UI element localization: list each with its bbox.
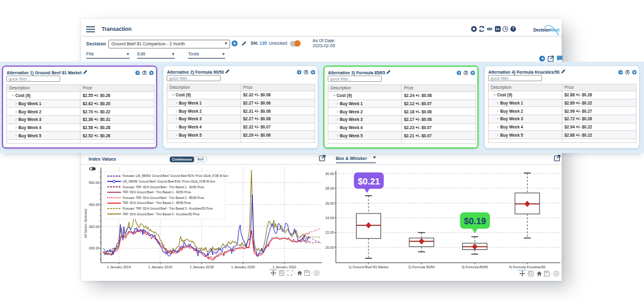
svg-text:200.00: 200.00 bbox=[89, 246, 99, 250]
svg-text:$: $ bbox=[465, 71, 467, 74]
svg-text:1 January 2020: 1 January 2020 bbox=[231, 265, 255, 269]
svg-text:YoY: YoY bbox=[197, 157, 204, 161]
svg-text:24.00: 24.00 bbox=[325, 216, 334, 220]
svg-text:$0.19: $0.19 bbox=[464, 216, 486, 226]
svg-text:All Series Selected: All Series Selected bbox=[84, 208, 87, 239]
svg-text:20.00: 20.00 bbox=[325, 246, 334, 249]
svg-text:Forecast: LM_XB459: Ground Bee: Forecast: LM_XB459: Ground Beef: Ground … bbox=[123, 174, 228, 178]
svg-text:1 January 2022: 1 January 2022 bbox=[272, 265, 296, 269]
svg-text:TRF: 81% Ground Beef - Trim Ba: TRF: 81% Ground Beef - Trim Based 2 - 85… bbox=[123, 202, 191, 205]
svg-text:$: $ bbox=[305, 71, 307, 74]
svg-text:Forecast: TRF: 81% Ground Beef: Forecast: TRF: 81% Ground Beef - Trim Ba… bbox=[123, 196, 204, 200]
svg-text:30.00: 30.00 bbox=[325, 172, 334, 176]
svg-text:4) Formula Knuckles/50: 4) Formula Knuckles/50 bbox=[509, 265, 545, 269]
svg-text:$: $ bbox=[143, 71, 145, 74]
svg-text:Index Values: Index Values bbox=[89, 156, 116, 162]
svg-text:28.00: 28.00 bbox=[325, 186, 334, 190]
svg-text:$0.21: $0.21 bbox=[358, 176, 380, 186]
svg-text:Forecast: TRF: 81% Ground Beef: Forecast: TRF: 81% Ground Beef - Trim Ba… bbox=[123, 186, 204, 189]
svg-text:3) Formula 85/65: 3) Formula 85/65 bbox=[462, 265, 488, 269]
svg-text:TRF: 81% Ground Beef - Trim Ba: TRF: 81% Ground Beef - Trim Based 1 - 90… bbox=[123, 191, 191, 194]
svg-text:plotly: plotly bbox=[104, 253, 111, 256]
svg-text:TRF: 81% Ground Beef - Trim Ba: TRF: 81% Ground Beef - Trim Based 3 - Kn… bbox=[123, 213, 200, 216]
svg-text:1 January 2018: 1 January 2018 bbox=[190, 265, 214, 269]
svg-text:?: ? bbox=[512, 26, 514, 31]
svg-text:1 January 2014: 1 January 2014 bbox=[107, 265, 131, 269]
svg-text:22.00: 22.00 bbox=[325, 230, 334, 234]
svg-text:DecisionNext: DecisionNext bbox=[533, 28, 560, 32]
svg-text:500.00: 500.00 bbox=[89, 181, 99, 185]
svg-text:Continuous: Continuous bbox=[172, 157, 192, 161]
svg-text:LM_XB459: Ground Beef: Ground: LM_XB459: Ground Beef: Ground Beef 81%: … bbox=[123, 180, 216, 183]
svg-text:SA: SA bbox=[496, 28, 500, 31]
svg-text:Box & Whisker: Box & Whisker bbox=[336, 156, 367, 161]
svg-text:300.00: 300.00 bbox=[89, 225, 99, 229]
svg-text:1 January 2016: 1 January 2016 bbox=[148, 265, 172, 269]
svg-text:2) Formula 90/50: 2) Formula 90/50 bbox=[408, 265, 435, 269]
svg-text:26.00: 26.00 bbox=[325, 202, 334, 205]
svg-text:1) Ground Beef 81 Market: 1) Ground Beef 81 Market bbox=[348, 265, 389, 269]
svg-text:400.00: 400.00 bbox=[89, 203, 99, 207]
svg-text:$: $ bbox=[626, 71, 628, 74]
svg-text:Forecast: TRF: 81% Ground Beef: Forecast: TRF: 81% Ground Beef - Trim Ba… bbox=[123, 207, 213, 210]
